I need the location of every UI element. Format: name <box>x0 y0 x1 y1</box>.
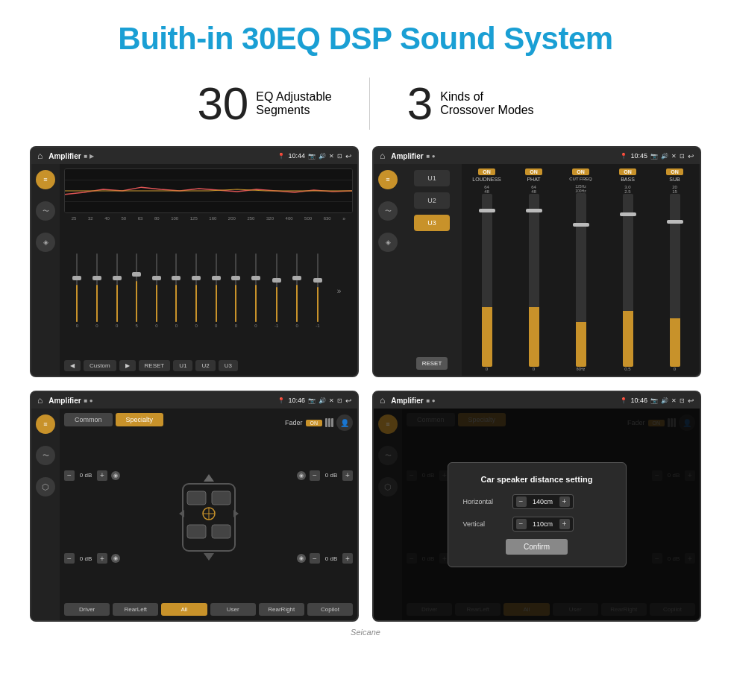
slider-13[interactable]: -1 <box>316 253 319 328</box>
screen2-appname: Amplifier <box>391 152 423 160</box>
camera-icon2: 📷 <box>650 153 658 160</box>
eq-icon2[interactable]: ≡ <box>378 170 398 189</box>
fullscreen-icon[interactable]: ⊡ <box>337 153 342 160</box>
fullscreen-icon2[interactable]: ⊡ <box>680 153 685 160</box>
tab-common[interactable]: Common <box>64 413 113 426</box>
slider-10[interactable]: 0 <box>254 253 257 328</box>
speaker-icon[interactable]: ◈ <box>36 233 55 252</box>
phat-slider[interactable]: 64 48 0 <box>512 185 556 371</box>
preset-u3[interactable]: U3 <box>414 215 450 231</box>
slider-8[interactable]: 0 <box>215 253 217 328</box>
sub-label: SUB <box>669 177 680 182</box>
slider-5[interactable]: 0 <box>155 253 157 328</box>
speaker-icon2[interactable]: ◈ <box>378 233 398 252</box>
rl-plus[interactable]: + <box>97 553 107 564</box>
home-icon3[interactable]: ⌂ <box>37 395 43 406</box>
u2-button[interactable]: U2 <box>195 360 215 371</box>
svg-marker-15 <box>204 553 214 561</box>
copilot-btn[interactable]: Copilot <box>307 603 353 616</box>
more-icon[interactable]: » <box>337 287 342 295</box>
screen3-specialty: ⌂ Amplifier ■ ● 📍 10:46 📷 🔊 ✕ ⊡ ↩ ≡ 〜 ⬡ … <box>30 391 359 622</box>
fl-minus[interactable]: − <box>64 470 75 481</box>
bass-slider[interactable]: 3.0 2.5 0.5 <box>606 185 650 371</box>
slider-6[interactable]: 0 <box>175 253 178 328</box>
prev-button[interactable]: ◀ <box>64 360 81 371</box>
side-panel2: ≡ 〜 ◈ <box>374 164 402 376</box>
driver-btn[interactable]: Driver <box>64 603 110 616</box>
rearright-btn[interactable]: RearRight <box>259 603 304 616</box>
fr-plus[interactable]: + <box>342 470 353 481</box>
wave-icon3[interactable]: 〜 <box>36 446 55 465</box>
tab-specialty[interactable]: Specialty <box>116 413 164 426</box>
slider-3[interactable]: 0 <box>116 253 118 328</box>
loudness-slider[interactable]: 64 48 0 <box>465 185 509 371</box>
user-icon[interactable]: 👤 <box>336 414 353 431</box>
back-icon4[interactable]: ↩ <box>688 397 694 405</box>
slider-1[interactable]: 0 <box>76 253 78 328</box>
fr-minus[interactable]: − <box>310 470 320 481</box>
rl-minus[interactable]: − <box>64 553 75 564</box>
rr-value: 0 dB <box>322 555 340 562</box>
horizontal-plus[interactable]: + <box>559 496 570 507</box>
close-icon[interactable]: ✕ <box>329 153 334 160</box>
eq-icon[interactable]: ≡ <box>36 170 55 189</box>
phat-on[interactable]: ON <box>525 168 542 175</box>
fl-plus[interactable]: + <box>97 470 107 481</box>
horizontal-row: Horizontal − 140cm + <box>463 494 611 509</box>
vertical-minus[interactable]: − <box>516 519 527 529</box>
fullscreen-icon3[interactable]: ⊡ <box>337 397 342 404</box>
close-icon3[interactable]: ✕ <box>329 397 334 404</box>
cutfreq-on[interactable]: ON <box>572 168 589 175</box>
reset-area: RESET <box>416 357 448 370</box>
fader-label: Fader <box>285 419 303 426</box>
horizontal-minus[interactable]: − <box>516 496 527 507</box>
slider-2[interactable]: 0 <box>95 253 98 328</box>
home-icon2[interactable]: ⌂ <box>380 151 385 161</box>
confirm-button[interactable]: Confirm <box>506 539 568 555</box>
cutfreq-slider[interactable]: 125Hz 100Hz 60Hz <box>559 184 603 371</box>
preset-u1[interactable]: U1 <box>414 170 450 186</box>
fullscreen-icon4[interactable]: ⊡ <box>680 397 685 404</box>
play-button[interactable]: ▶ <box>119 360 136 371</box>
slider-4[interactable]: 5 <box>136 253 138 328</box>
wave-icon2[interactable]: 〜 <box>378 201 398 221</box>
close-icon2[interactable]: ✕ <box>671 153 677 160</box>
bass-on[interactable]: ON <box>619 168 636 175</box>
slider-9[interactable]: 0 <box>235 253 237 328</box>
screen3-record-icon: ■ ● <box>84 397 93 404</box>
slider-11[interactable]: -1 <box>274 253 278 328</box>
reset-button[interactable]: RESET <box>139 360 171 371</box>
u1-button[interactable]: U1 <box>173 360 192 371</box>
preset-u2[interactable]: U2 <box>414 192 450 209</box>
back-icon[interactable]: ↩ <box>345 152 351 160</box>
u3-button[interactable]: U3 <box>219 360 238 371</box>
screen4-time: 10:46 <box>630 397 647 404</box>
loudness-on[interactable]: ON <box>478 168 495 175</box>
fl-value: 0 dB <box>77 472 95 479</box>
cross-presets: U1 U2 U3 RESET <box>402 164 462 376</box>
sub-slider[interactable]: 20 15 0 <box>653 185 697 371</box>
sub-on[interactable]: ON <box>666 168 683 175</box>
bluetooth-icon[interactable]: ⬡ <box>36 477 55 496</box>
fr-vol: ◉ − 0 dB + <box>297 470 353 481</box>
screen1-main: ≡ 〜 ◈ <box>31 164 357 376</box>
rr-minus[interactable]: − <box>310 553 320 564</box>
svg-rect-7 <box>212 491 230 505</box>
slider-7[interactable]: 0 <box>195 253 197 328</box>
fader-on-badge[interactable]: ON <box>306 420 323 426</box>
custom-button[interactable]: Custom <box>84 360 116 371</box>
back-icon2[interactable]: ↩ <box>688 152 694 160</box>
wave-icon[interactable]: 〜 <box>36 201 55 221</box>
vertical-plus[interactable]: + <box>559 519 570 529</box>
rearleft-btn[interactable]: RearLeft <box>113 603 158 616</box>
home-icon4[interactable]: ⌂ <box>380 395 385 406</box>
close-icon4[interactable]: ✕ <box>671 397 677 404</box>
back-icon3[interactable]: ↩ <box>345 397 351 405</box>
eq-icon3[interactable]: ≡ <box>36 414 55 434</box>
cross-reset-btn[interactable]: RESET <box>416 357 448 370</box>
slider-12[interactable]: 0 <box>296 253 298 328</box>
all-btn[interactable]: All <box>161 603 207 616</box>
rr-plus[interactable]: + <box>342 553 353 564</box>
home-icon[interactable]: ⌂ <box>37 151 43 161</box>
user-btn[interactable]: User <box>210 603 256 616</box>
